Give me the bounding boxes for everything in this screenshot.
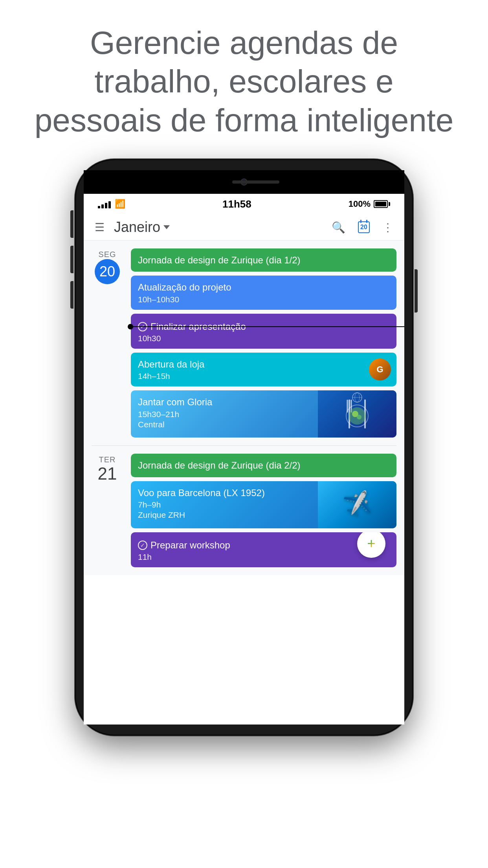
time-line bbox=[133, 326, 404, 327]
day-section-20: SEG 20 Jornada de design de Zurique (dia… bbox=[84, 241, 404, 445]
event-title: Jornada de design de Zurique (dia 2/2) bbox=[138, 459, 389, 471]
phone-screen: 📶 11h58 100% ☰ Janeiro bbox=[84, 194, 404, 725]
calendar-body: SEG 20 Jornada de design de Zurique (dia… bbox=[84, 241, 404, 575]
phone-speaker bbox=[232, 180, 279, 184]
flight-visual: ✈️ bbox=[318, 481, 396, 528]
calendar-date-num: 20 bbox=[360, 224, 367, 230]
day-label-20: SEG 20 bbox=[84, 248, 131, 438]
signal-bar-2 bbox=[101, 204, 104, 208]
day-section-21: TER 21 Jornada de design de Zurique (dia… bbox=[84, 446, 404, 575]
event-time: 15h30–21h bbox=[138, 410, 314, 419]
event-jantar[interactable]: Jantar com Gloria 15h30–21h Central bbox=[131, 390, 396, 438]
month-title[interactable]: Janeiro bbox=[114, 219, 332, 235]
signal-icon bbox=[98, 200, 111, 208]
battery-fill bbox=[375, 202, 386, 206]
event-title: Atualização do projeto bbox=[138, 281, 389, 293]
status-left: 📶 bbox=[98, 199, 125, 209]
top-nav: ☰ Janeiro 🔍 20 ⋮ bbox=[84, 214, 404, 241]
events-column-21: Jornada de design de Zurique (dia 2/2) V… bbox=[131, 454, 404, 567]
event-jornada-1[interactable]: Jornada de design de Zurique (dia 1/2) bbox=[131, 248, 396, 272]
event-atualizacao[interactable]: Atualização do projeto 10h–10h30 bbox=[131, 276, 396, 309]
battery-icon bbox=[374, 200, 390, 208]
event-abertura[interactable]: Abertura da loja 14h–15h G bbox=[131, 353, 396, 386]
signal-bar-4 bbox=[108, 201, 111, 208]
events-column-20: Jornada de design de Zurique (dia 1/2) A… bbox=[131, 248, 404, 438]
dinner-visual bbox=[318, 390, 396, 438]
event-time: 7h–9h bbox=[138, 500, 314, 509]
more-options-icon[interactable]: ⋮ bbox=[382, 221, 393, 234]
event-location: Central bbox=[138, 420, 314, 429]
task-check-icon-2 bbox=[138, 541, 147, 550]
month-label: Janeiro bbox=[114, 219, 160, 235]
event-title: Abertura da loja bbox=[138, 358, 363, 370]
event-title: Voo para Barcelona (LX 1952) bbox=[138, 487, 314, 499]
flight-image: ✈️ bbox=[318, 481, 396, 528]
battery-body bbox=[374, 200, 388, 208]
phone-device: 📶 11h58 100% ☰ Janeiro bbox=[75, 159, 413, 736]
signal-bar-3 bbox=[105, 203, 107, 208]
event-title: Jornada de design de Zurique (dia 1/2) bbox=[138, 254, 389, 266]
day-number-21: 21 bbox=[98, 464, 117, 483]
event-location: Zurique ZRH bbox=[138, 510, 314, 520]
menu-icon[interactable]: ☰ bbox=[95, 221, 105, 234]
status-right: 100% bbox=[349, 199, 390, 209]
status-time: 11h58 bbox=[222, 198, 251, 210]
nav-icons: 🔍 20 ⋮ bbox=[332, 221, 393, 234]
search-icon[interactable]: 🔍 bbox=[332, 221, 345, 234]
event-time: 11h bbox=[138, 552, 389, 562]
current-time-indicator bbox=[128, 324, 404, 329]
battery-tip bbox=[389, 202, 390, 206]
dropdown-arrow-icon bbox=[163, 225, 170, 229]
wifi-icon: 📶 bbox=[115, 199, 125, 209]
time-dot bbox=[128, 324, 133, 329]
day-name-seg: SEG bbox=[98, 250, 116, 259]
battery-percent: 100% bbox=[349, 199, 371, 209]
avatar-image: G bbox=[369, 359, 391, 381]
event-jornada-2[interactable]: Jornada de design de Zurique (dia 2/2) bbox=[131, 454, 396, 477]
event-time: 10h–10h30 bbox=[138, 295, 389, 304]
page-headline: Gerencie agendas de trabalho, escolares … bbox=[31, 24, 457, 140]
svg-point-7 bbox=[357, 415, 361, 419]
day-number-20: 20 bbox=[95, 259, 120, 284]
dinner-plate-svg bbox=[334, 390, 381, 438]
calendar-nav-icon[interactable]: 20 bbox=[358, 221, 370, 233]
day-name-ter: TER bbox=[99, 455, 116, 464]
event-time: 10h30 bbox=[138, 334, 389, 343]
signal-bar-1 bbox=[98, 206, 100, 208]
status-bar: 📶 11h58 100% bbox=[84, 194, 404, 214]
day-label-21: TER 21 bbox=[84, 454, 131, 567]
event-preparar[interactable]: Preparar workshop 11h + bbox=[131, 532, 396, 568]
plane-icon: ✈️ bbox=[341, 489, 373, 520]
event-finalizar[interactable]: Finalizar apresentação 10h30 bbox=[131, 314, 396, 349]
event-title: Preparar workshop bbox=[138, 538, 389, 552]
event-avatar: G bbox=[369, 359, 391, 381]
event-time: 14h–15h bbox=[138, 371, 363, 381]
page-header: Gerencie agendas de trabalho, escolares … bbox=[0, 0, 488, 159]
fab-plus-icon: + bbox=[367, 535, 375, 552]
phone-wrapper: 📶 11h58 100% ☰ Janeiro bbox=[0, 159, 488, 759]
dinner-image bbox=[318, 390, 396, 438]
event-voo[interactable]: Voo para Barcelona (LX 1952) 7h–9h Zuriq… bbox=[131, 481, 396, 528]
event-title: Jantar com Gloria bbox=[138, 396, 314, 408]
phone-notch bbox=[84, 170, 404, 194]
